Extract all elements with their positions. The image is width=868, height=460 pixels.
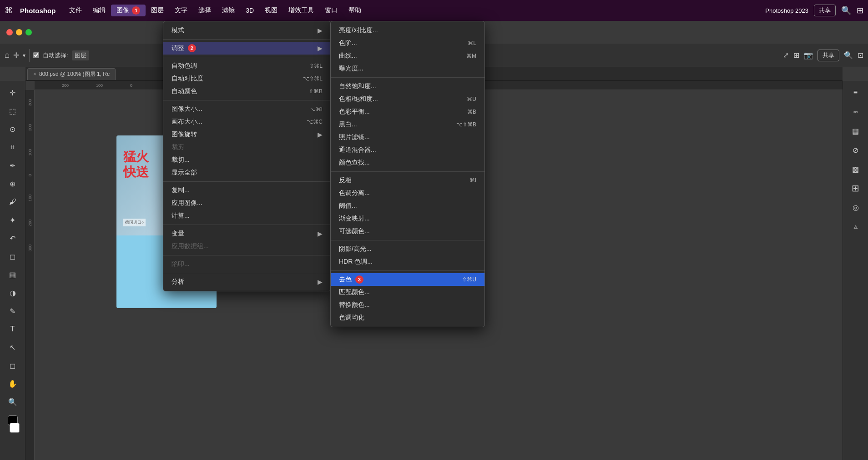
lasso-tool[interactable]: ⊙ xyxy=(5,121,21,137)
auto-select-checkbox[interactable] xyxy=(33,52,39,58)
menu-match-color[interactable]: 匹配颜色... xyxy=(331,286,484,299)
menu-separator-7 xyxy=(163,273,331,273)
paths-icon[interactable]: ⟁ xyxy=(848,218,864,235)
menu-invert[interactable]: 反相 ⌘I xyxy=(331,174,484,187)
transform-icon[interactable]: ⤢ xyxy=(783,51,789,60)
menu-layer[interactable]: 图层 xyxy=(146,5,169,16)
menu-selective-color[interactable]: 可选颜色... xyxy=(331,225,484,238)
menu-apply-image[interactable]: 应用图像... xyxy=(163,197,331,210)
menu-auto-color[interactable]: 自动颜色 ⇧⌘B xyxy=(163,85,331,98)
layout-toolbar-icon[interactable]: ⊡ xyxy=(858,51,863,60)
menu-image-rotate[interactable]: 图像旋转 ▶ xyxy=(163,128,331,141)
menu-hdr-toning[interactable]: HDR 色调... xyxy=(331,255,484,268)
menu-canvas-size[interactable]: 画布大小... ⌥⌘C xyxy=(163,115,331,128)
pen-tool[interactable]: ✎ xyxy=(5,303,21,319)
menu-threshold[interactable]: 阈值... xyxy=(331,200,484,212)
menu-analysis[interactable]: 分析 ▶ xyxy=(163,275,331,288)
eraser-tool[interactable]: ◻ xyxy=(5,248,21,265)
menu-adjust[interactable]: 调整 2 ▶ xyxy=(163,42,331,55)
menu-window[interactable]: 窗口 xyxy=(319,5,343,16)
apple-icon[interactable]: ⌘ xyxy=(5,5,13,15)
eyedropper-tool[interactable]: ✒ xyxy=(5,157,21,174)
menu-bw[interactable]: 黑白... ⌥⇧⌘B xyxy=(331,118,484,131)
share-button[interactable]: 共享 xyxy=(814,5,836,16)
menu-file[interactable]: 文件 xyxy=(64,5,87,16)
menu-channel-mixer[interactable]: 通道混合器... xyxy=(331,144,484,156)
menu-separator-3 xyxy=(163,100,331,100)
menu-trim[interactable]: 裁切... xyxy=(163,154,331,166)
path-select-tool[interactable]: ↖ xyxy=(5,339,21,355)
menu-variables[interactable]: 变量 ▶ xyxy=(163,227,331,240)
layout-icon[interactable]: ⊞ xyxy=(857,5,863,15)
selection-tool[interactable]: ⬚ xyxy=(5,103,21,119)
align-icon[interactable]: ⊞ xyxy=(793,51,799,60)
home-icon[interactable]: ⌂ xyxy=(5,50,10,60)
stamp-tool[interactable]: ✦ xyxy=(5,212,21,228)
zoom-tool[interactable]: 🔍 xyxy=(5,394,21,410)
menu-help[interactable]: 帮助 xyxy=(343,5,367,16)
patterns-icon[interactable]: ▩ xyxy=(848,161,864,177)
search-toolbar-icon[interactable]: 🔍 xyxy=(844,51,853,60)
gradient-tool[interactable]: ▦ xyxy=(5,266,21,283)
swatches-icon[interactable]: ▦ xyxy=(848,123,864,139)
maximize-button[interactable] xyxy=(25,29,32,35)
tab-close[interactable]: × xyxy=(33,71,36,77)
adjust-sep-1 xyxy=(331,77,484,78)
layers-icon[interactable]: ⊞ xyxy=(848,180,864,196)
share-toolbar-button[interactable]: 共享 xyxy=(818,50,839,61)
tab-item[interactable]: × 800.psd @ 100% (图层 1, Rc xyxy=(27,68,116,80)
menu-hsl[interactable]: 色相/饱和度... ⌘U xyxy=(331,93,484,105)
menu-image-size[interactable]: 图像大小... ⌥⌘I xyxy=(163,103,331,115)
arrow-icon: ▶ xyxy=(318,27,323,34)
menu-calculations[interactable]: 计算... xyxy=(163,210,331,222)
channels-icon[interactable]: ◎ xyxy=(848,199,864,215)
menu-select[interactable]: 选择 xyxy=(193,5,217,16)
menu-levels[interactable]: 色阶... ⌘L xyxy=(331,37,484,50)
menu-view[interactable]: 视图 xyxy=(259,5,283,16)
menu-color-lookup[interactable]: 颜色查找... xyxy=(331,156,484,169)
menu-photo-filter[interactable]: 照片滤镜... xyxy=(331,131,484,144)
hand-tool[interactable]: ✋ xyxy=(5,375,21,392)
menu-exposure[interactable]: 曝光度... xyxy=(331,62,484,75)
menu-posterize[interactable]: 色调分离... xyxy=(331,187,484,200)
history-brush[interactable]: ↶ xyxy=(5,230,21,246)
menu-auto-contrast[interactable]: 自动对比度 ⌥⇧⌘L xyxy=(163,72,331,85)
minimize-button[interactable] xyxy=(16,29,22,35)
adjustments-icon[interactable]: ⎓ xyxy=(848,104,864,120)
menu-color-balance[interactable]: 色彩平衡... ⌘B xyxy=(331,105,484,118)
shape-tool[interactable]: ◻ xyxy=(5,357,21,374)
menu-curves[interactable]: 曲线... ⌘M xyxy=(331,50,484,62)
dodge-tool[interactable]: ◑ xyxy=(5,285,21,301)
menu-filter[interactable]: 滤镜 xyxy=(217,5,240,16)
menu-plugins[interactable]: 增效工具 xyxy=(283,5,319,16)
move-tool-icon[interactable]: ✛ xyxy=(13,51,19,60)
close-button[interactable] xyxy=(6,29,13,35)
menu-reveal-all[interactable]: 显示全部 xyxy=(163,166,331,179)
menu-gradient-map[interactable]: 渐变映射... xyxy=(331,212,484,225)
menu-duplicate[interactable]: 复制... xyxy=(163,184,331,197)
gradients-icon[interactable]: ⊘ xyxy=(848,142,864,158)
search-icon[interactable]: 🔍 xyxy=(841,5,851,15)
menu-3d[interactable]: 3D xyxy=(240,5,259,16)
left-tools-panel: ✛ ⬚ ⊙ ⌗ ✒ ⊕ 🖌 ✦ ↶ ◻ ▦ ◑ ✎ T ↖ ◻ ✋ 🔍 xyxy=(0,81,25,460)
menu-brightness[interactable]: 亮度/对比度... xyxy=(331,24,484,37)
camera-icon[interactable]: 📷 xyxy=(804,51,813,60)
menu-text[interactable]: 文字 xyxy=(169,5,193,16)
menu-desaturate[interactable]: 去色 3 ⇧⌘U xyxy=(331,273,484,286)
menu-mode[interactable]: 模式 ▶ xyxy=(163,24,331,37)
menu-replace-color[interactable]: 替换颜色... xyxy=(331,299,484,311)
menu-equalize[interactable]: 色调均化 xyxy=(331,311,484,324)
menu-edit[interactable]: 编辑 xyxy=(87,5,111,16)
menu-auto-tone[interactable]: 自动色调 ⇧⌘L xyxy=(163,60,331,72)
move-tool[interactable]: ✛ xyxy=(5,85,21,101)
brush-tool[interactable]: 🖌 xyxy=(5,194,21,210)
background-color[interactable] xyxy=(10,423,20,433)
tool-options-arrow[interactable]: ▾ xyxy=(23,52,25,59)
menu-shadow-highlight[interactable]: 阴影/高光... xyxy=(331,243,484,255)
crop-tool[interactable]: ⌗ xyxy=(5,139,21,155)
menu-vibrance[interactable]: 自然饱和度... xyxy=(331,80,484,93)
healing-tool[interactable]: ⊕ xyxy=(5,175,21,192)
properties-icon[interactable]: ≡ xyxy=(848,85,864,101)
type-tool[interactable]: T xyxy=(5,321,21,337)
menu-image[interactable]: 图像 1 xyxy=(111,5,146,16)
